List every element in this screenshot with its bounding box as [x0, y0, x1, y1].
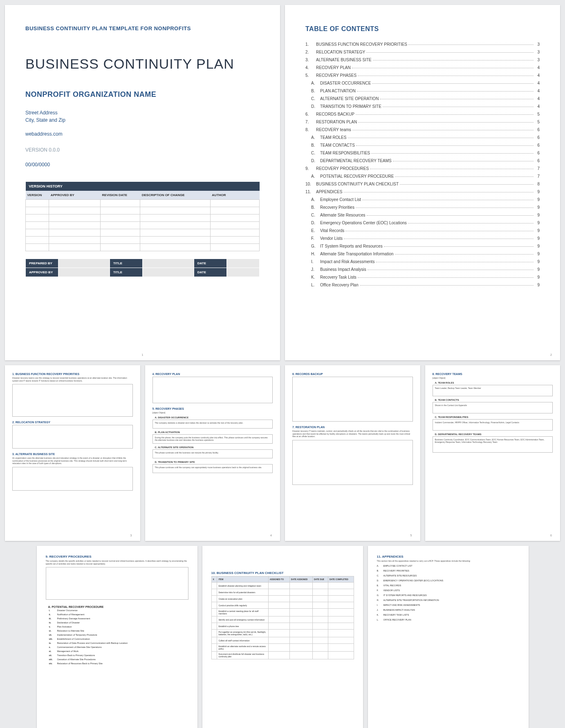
toc-entry: 1.BUSINESS FUNCTION RECOVERY PRIORITIES3: [305, 42, 540, 47]
table-row: Put together an emergency kit (first aid…: [211, 630, 354, 637]
page-3: 1. BUSINESS FUNCTION RECOVERY PRIORITIES…: [5, 365, 140, 541]
list-item: xii.Transition Back to Primary Operation…: [49, 654, 188, 657]
content-box: [12, 384, 133, 417]
toc-entry: D.TRANSITION TO PRIMARY SITE4: [305, 104, 540, 109]
list-item: x.Commencement of Alternate Site Operati…: [49, 646, 188, 648]
procedure-list: i.Disaster Occurrenceii.Notification of …: [46, 609, 188, 665]
toc-entry: C.ALTERNATE SITE OPERATION4: [305, 96, 540, 102]
page-1: BUSINESS CONTINUITY PLAN TEMPLATE FOR NO…: [5, 5, 280, 360]
list-item: K.RECOVERY TASK LISTS: [377, 614, 520, 616]
toc-entry: E.Vital Records9: [305, 228, 540, 234]
toc-entry: 8.RECOVERY teams6: [305, 127, 540, 133]
toc-entry: 3.ALTERNATE BUSINESS SITE3: [305, 57, 540, 63]
content-box: [292, 377, 413, 422]
toc-entry: 7.RESTORATION PLAN5: [305, 119, 540, 125]
toc-entry: C.TEAM RESPONSIBILITIES6: [305, 150, 540, 156]
page-9: 11. APPENDICES This section lists all th…: [368, 546, 529, 728]
list-item: F.VENDOR LISTS: [377, 589, 520, 592]
list-item: B.RECOVERY PRIORITIES: [377, 569, 520, 572]
toc-entry: 4.RECOVERY PLAN4: [305, 65, 540, 71]
toc-entry: B.Recovery Priorities9: [305, 205, 540, 210]
toc-entry: D.Emergency Operations Center (EOC) Loca…: [305, 220, 540, 226]
table-row: Conduct practice drills regularly: [211, 602, 354, 609]
toc-entry: D.DEPARTMENTAL RECOVERY TEAMS6: [305, 158, 540, 164]
toc-entry: B.TEAM CONTACTS6: [305, 143, 540, 148]
toc-entry: 9.RECOVERY PROCEDURES7: [305, 166, 540, 172]
table-row: [26, 207, 260, 214]
toc-entry: 5.RECOVERY PHASES4: [305, 73, 540, 78]
toc-entry: A.TEAM ROLES6: [305, 135, 540, 141]
content-box: [46, 567, 188, 600]
appendix-list: A.EMPLOYEE CONTACT LISTB.RECOVERY PRIORI…: [377, 565, 520, 621]
list-item: L.OFFICE RECOVERY PLAN: [377, 619, 520, 621]
signature-table: PREPARED BYTITLEDATE APPROVED BYTITLEDAT…: [25, 259, 260, 277]
page-2: TABLE OF CONTENTS 1.BUSINESS FUNCTION RE…: [285, 5, 560, 360]
table-row: Establish disaster planning and mitigati…: [211, 583, 354, 589]
list-item: viii.Establishment of Communication: [49, 638, 188, 640]
version-history-table: VERSION HISTORY VERSION APPROVED BY REVI…: [25, 182, 260, 251]
table-row: [26, 244, 260, 251]
toc-entry: A.DISASTER OCCURRENCE4: [305, 80, 540, 86]
list-item: iv.Declaration of Disaster: [49, 621, 188, 624]
toc-entry: A.POTENTIAL RECOVERY PROCEDURE7: [305, 174, 540, 179]
toc-title: TABLE OF CONTENTS: [305, 25, 540, 33]
list-item: E.VITAL RECORDS: [377, 584, 520, 587]
list-item: xiii.Cessation of Alternate Site Procedu…: [49, 658, 188, 661]
list-item: A.EMPLOYEE CONTACT LIST: [377, 565, 520, 567]
page-number: 2: [550, 353, 552, 356]
list-item: D.EMERGENCY OPERATIONS CENTER (EOC) LOCA…: [377, 579, 520, 582]
table-row: [26, 200, 260, 207]
toc-entry: 2.RELOCATION STRATEGY3: [305, 49, 540, 55]
toc-entry: K.Recovery Task Lists9: [305, 275, 540, 280]
page-number: 1: [142, 353, 143, 356]
toc-entry: A.Employee Contact List9: [305, 197, 540, 203]
list-item: I.IMPACT AND RISK ASSESSMENTS: [377, 604, 520, 606]
list-item: vii.Implementation of Temporary Procedur…: [49, 634, 188, 636]
table-row: Create an evacuation plan: [211, 596, 354, 602]
list-item: xiv.Relocation of Resources Back to Prim…: [49, 662, 188, 665]
content-box: [152, 377, 273, 403]
toc-entry: J.Business Impact Analysis9: [305, 267, 540, 272]
table-row: [26, 214, 260, 222]
list-item: v.Plan Activation: [49, 625, 188, 628]
list-item: C.ALTERNATE SITE RESOURCES: [377, 574, 520, 577]
toc-entry: 6.RECORDS BACKUP5: [305, 112, 540, 117]
toc-entry: F.Vendor Lists9: [305, 236, 540, 241]
page-5: 6. RECORDS BACKUP 7. RESTORATION PLAN Di…: [285, 365, 420, 541]
list-item: xi.Management of Work: [49, 650, 188, 652]
content-box: [12, 425, 133, 449]
page-4: 4. RECOVERY PLAN 5. RECOVERY PHASES [obj…: [145, 365, 280, 541]
list-item: vi.Relocation to Alternate Site: [49, 630, 188, 632]
toc-list: 1.BUSINESS FUNCTION RECOVERY PRIORITIES3…: [305, 42, 540, 288]
page-6: 8. RECOVERY TEAMS [object Object] A. TEA…: [425, 365, 561, 541]
toc-entry: 10.BUSINESS CONTINUITY PLAN CHECKLIST8: [305, 181, 540, 187]
list-item: ii.Notification of Management: [49, 613, 188, 616]
table-row: Establish a central meeting place for al…: [211, 609, 354, 616]
table-row: Document and distribute full disaster an…: [211, 652, 354, 659]
page-8: 10. BUSINESS CONTINUITY PLAN CHECKLIST X…: [202, 546, 363, 728]
list-item: i.Disaster Occurrence: [49, 609, 188, 612]
version: VERSION 0.0.0: [25, 147, 260, 153]
table-row: Identify and post all emergency contact …: [211, 616, 354, 623]
list-item: iii.Preliminary Damage Assessment: [49, 617, 188, 620]
toc-entry: L.Office Recovery Plan9: [305, 282, 540, 288]
page-7: 9. RECOVERY PROCEDURES The company detai…: [37, 546, 197, 728]
toc-entry: 11.APPENDICES9: [305, 189, 540, 195]
table-row: [26, 229, 260, 237]
list-item: G.IT SYSTEM REPORTS AND RESOURCES: [377, 594, 520, 596]
table-row: Collect all staff contact information: [211, 637, 354, 644]
table-row: [26, 237, 260, 244]
toc-entry: H.Alternate Site Transportation Informat…: [305, 251, 540, 257]
address: Street Address City, State and Zip: [25, 109, 260, 124]
table-row: Determine risks for all potential disast…: [211, 589, 354, 596]
doc-title: BUSINESS CONTINUITY PLAN: [25, 56, 260, 72]
toc-entry: C.Alternate Site Resources9: [305, 212, 540, 218]
list-item: J.BUSINESS IMPACT ANALYSIS: [377, 609, 520, 611]
content-box: [292, 440, 413, 485]
toc-entry: G.IT System Reports and Resources9: [305, 243, 540, 249]
content-box: [12, 467, 133, 491]
table-row: [26, 222, 260, 229]
website: webaddress.com: [25, 131, 260, 137]
date: 00/00/0000: [25, 162, 260, 167]
org-name: NONPROFIT ORGANIZATION NAME: [25, 90, 260, 99]
